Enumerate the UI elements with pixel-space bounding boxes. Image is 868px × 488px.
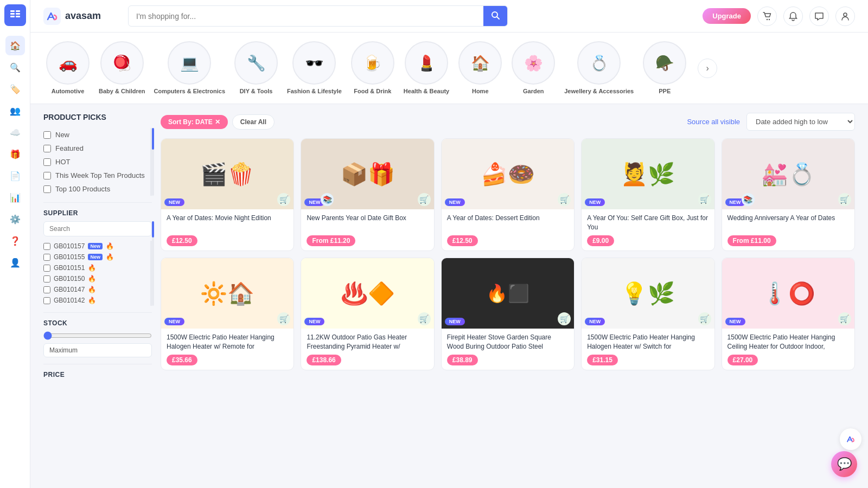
sidebar-item-help[interactable]: ❓: [5, 231, 25, 251]
supplier-GB010157[interactable]: GB010157 New 🔥: [43, 241, 146, 252]
upgrade-button[interactable]: Upgrade: [703, 8, 751, 24]
chat-button[interactable]: 💬: [831, 451, 857, 477]
logo: avasam: [43, 8, 119, 25]
category-diy-tools[interactable]: 🔧 DIY & Tools: [232, 41, 280, 95]
filter-featured[interactable]: Featured: [43, 142, 146, 155]
supplier-GB010151[interactable]: GB010151 🔥: [43, 262, 146, 273]
filter-hot-checkbox[interactable]: [43, 158, 51, 166]
category-garden[interactable]: 🌸 Garden: [509, 41, 558, 95]
sidebar-item-gift[interactable]: 🎁: [5, 144, 25, 164]
clear-all-button[interactable]: Clear All: [232, 114, 275, 130]
product-image-wrap-8: 🔥⬛ NEW 🛒: [442, 258, 574, 329]
sort-select[interactable]: Date added high to low Date added low to…: [746, 113, 855, 131]
supplier-GB010151-checkbox[interactable]: [43, 265, 50, 272]
category-health-icon: 💄: [405, 41, 448, 85]
messages-button[interactable]: [809, 7, 829, 26]
content-area: PRODUCT PICKS New Featured HOT: [30, 104, 868, 391]
supplier-GB010155[interactable]: GB010155 New 🔥: [43, 252, 146, 262]
product-card-10[interactable]: 🌡️⭕ NEW 🛒 1500W Electric Patio Heater Ha…: [722, 258, 855, 370]
category-next-button[interactable]: ›: [698, 59, 717, 78]
product-card-2[interactable]: 📦🎁 NEW 🛒 📚 New Parents Year ol Date Gift…: [301, 138, 434, 251]
category-food-label: Food & Drink: [354, 88, 391, 95]
product-card-6[interactable]: 🔆🏠 NEW 🛒 1500W Electric Patio Heater Han…: [161, 258, 294, 370]
filter-hot[interactable]: HOT: [43, 155, 146, 169]
supplier-GB010157-checkbox[interactable]: [43, 243, 50, 250]
sidebar-item-settings[interactable]: ⚙️: [5, 209, 25, 229]
stock-max-input[interactable]: [43, 343, 152, 357]
product-price-3: £12.50: [447, 235, 478, 246]
product-image-wrap-9: 💡🌿 NEW 🛒: [582, 258, 714, 329]
sidebar-item-file[interactable]: 📄: [5, 166, 25, 185]
source-all-link[interactable]: Source all visible: [687, 118, 740, 126]
supplier-GB010142[interactable]: GB010142 🔥: [43, 295, 146, 306]
cart-button[interactable]: [757, 7, 777, 26]
product-name-3: A Year of Dates: Dessert Edition: [447, 214, 569, 232]
supplier-GB010150[interactable]: GB010150 🔥: [43, 273, 146, 284]
category-automotive[interactable]: 🚗 Automotive: [43, 41, 92, 95]
product-card-8[interactable]: 🔥⬛ NEW 🛒 Firepit Heater Stove Garden Squ…: [441, 258, 575, 370]
stock-section: [43, 331, 152, 357]
supplier-GB010150-checkbox[interactable]: [43, 275, 50, 282]
product-badge-new-4: NEW: [585, 198, 605, 206]
supplier-GB010147[interactable]: GB010147 🔥: [43, 284, 146, 295]
filter-new[interactable]: New: [43, 128, 146, 142]
product-card-4[interactable]: 💆🌿 NEW 🛒 A Year Of You: Self Care Gift B…: [581, 138, 714, 251]
supplier-GB010155-checkbox[interactable]: [43, 254, 50, 261]
product-card-1[interactable]: 🎬🍿 NEW 🛒 A Year of Dates: Movie Night Ed…: [161, 138, 294, 251]
category-home[interactable]: 🏠 Home: [456, 41, 505, 95]
product-card-5[interactable]: 💒💍 NEW 🛒 📚 Wedding Anniversary A Year of…: [722, 138, 855, 251]
header-actions: Upgrade: [703, 7, 855, 26]
sidebar-item-chart[interactable]: 📊: [5, 188, 25, 207]
sort-date-label: Sort By: DATE: [168, 118, 213, 126]
product-card-9[interactable]: 💡🌿 NEW 🛒 1500W Electric Patio Heater Han…: [581, 258, 714, 370]
search-input[interactable]: [129, 8, 483, 25]
supplier-GB010157-label: GB010157: [54, 242, 85, 250]
product-header-right: Source all visible Date added high to lo…: [687, 113, 855, 131]
sidebar-item-home[interactable]: 🏠: [5, 36, 25, 55]
profile-button[interactable]: [835, 7, 855, 26]
product-picks-title: PRODUCT PICKS: [43, 113, 152, 121]
supplier-search-input[interactable]: [43, 221, 152, 236]
category-jewellery[interactable]: 💍 Jewellery & Accessories: [562, 41, 636, 95]
search-button[interactable]: [483, 6, 507, 26]
category-fashion[interactable]: 🕶️ Fashion & Lifestyle: [285, 41, 344, 95]
sort-date-button[interactable]: Sort By: DATE ✕: [161, 115, 228, 129]
filter-new-checkbox[interactable]: [43, 131, 51, 139]
category-home-icon: 🏠: [458, 41, 502, 85]
supplier-GB010142-checkbox[interactable]: [43, 297, 50, 304]
category-computers-electronics[interactable]: 💻 Computers & Electronics: [152, 41, 227, 95]
filter-top100-checkbox[interactable]: [43, 185, 51, 193]
supplier-GB010142-label: GB010142: [54, 297, 85, 304]
category-garden-label: Garden: [523, 88, 544, 95]
filter-featured-checkbox[interactable]: [43, 145, 51, 152]
sidebar-item-person[interactable]: 👤: [5, 253, 25, 272]
sidebar-item-users[interactable]: 👥: [5, 101, 25, 120]
category-garden-icon: 🌸: [512, 41, 555, 85]
product-info-5: Wedding Anniversary A Year of Dates From…: [722, 209, 854, 251]
sidebar-item-cloud[interactable]: ☁️: [5, 123, 25, 142]
product-card-7[interactable]: ♨️🔶 NEW 🛒 11.2KW Outdoor Patio Gas Heate…: [301, 258, 434, 370]
stock-range-slider[interactable]: [43, 331, 152, 340]
sidebar-item-search[interactable]: 🔍: [5, 57, 25, 77]
sidebar-item-tag[interactable]: 🏷️: [5, 79, 25, 99]
price-title: PRICE: [43, 371, 152, 378]
svg-rect-3: [16, 10, 20, 12]
product-name-6: 1500W Electric Patio Heater Hanging Halo…: [167, 333, 288, 351]
filter-this-week-checkbox[interactable]: [43, 172, 51, 179]
category-food-drink[interactable]: 🍺 Food & Drink: [348, 41, 397, 95]
filter-this-week[interactable]: This Week Top Ten Products: [43, 169, 146, 182]
supplier-title: SUPPLIER: [43, 209, 152, 217]
sort-date-close-icon: ✕: [215, 118, 220, 126]
category-computers-icon: 💻: [168, 41, 211, 85]
product-card-3[interactable]: 🍰🍩 NEW 🛒 A Year of Dates: Dessert Editio…: [441, 138, 575, 251]
category-baby-children[interactable]: 🪀 Baby & Children: [97, 41, 148, 95]
category-health-beauty[interactable]: 💄 Health & Beauty: [401, 41, 451, 95]
product-image-wrap-2: 📦🎁 NEW 🛒 📚: [301, 139, 433, 209]
filter-hot-label: HOT: [55, 158, 70, 166]
filter-top100[interactable]: Top 100 Products: [43, 182, 146, 196]
product-name-10: 1500W Electric Patio Heater Hanging Ceil…: [727, 333, 849, 351]
supplier-GB010147-checkbox[interactable]: [43, 286, 50, 293]
notifications-button[interactable]: [783, 7, 803, 26]
supplier-new-badge-1: New: [88, 243, 103, 249]
category-ppe[interactable]: 🪖 PPE: [640, 41, 689, 95]
